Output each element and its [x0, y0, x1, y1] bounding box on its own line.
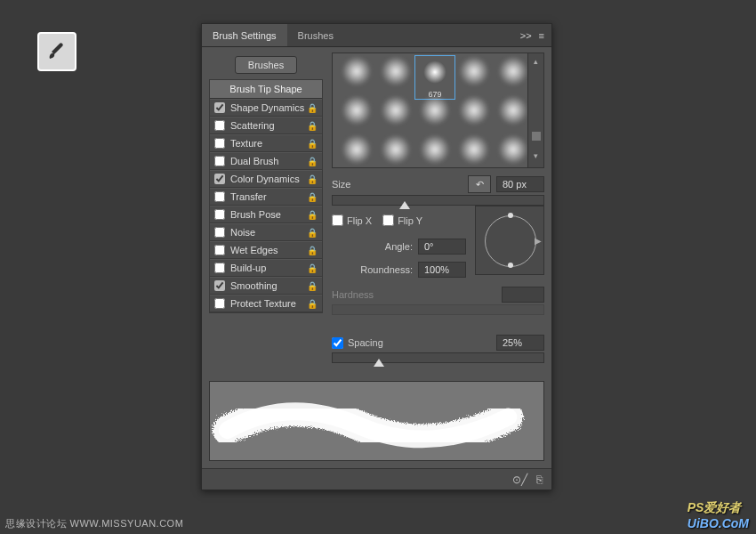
- panel-footer: ⊙╱ ⎘: [202, 468, 551, 490]
- brush-preset-cell[interactable]: [414, 134, 455, 166]
- brush-preset-cell[interactable]: [375, 94, 416, 126]
- brush-preset-cell[interactable]: [336, 134, 377, 166]
- size-label: Size: [332, 179, 350, 190]
- watermark-left: 思缘设计论坛 WWW.MISSYUAN.COM: [5, 517, 183, 530]
- angle-input[interactable]: [418, 239, 466, 255]
- option-label: Noise: [230, 227, 255, 238]
- lock-icon[interactable]: 🔒: [307, 299, 318, 309]
- option-label: Shape Dynamics: [230, 102, 304, 113]
- brush-preset-cell[interactable]: [375, 55, 416, 87]
- option-checkbox[interactable]: [214, 209, 225, 220]
- lock-icon[interactable]: 🔒: [307, 103, 318, 113]
- tab-brushes[interactable]: Brushes: [287, 24, 344, 46]
- angle-label: Angle:: [385, 241, 413, 252]
- size-slider-handle[interactable]: [399, 201, 410, 209]
- option-scattering[interactable]: Scattering🔒: [210, 117, 322, 134]
- brush-icon: [46, 41, 68, 62]
- option-label: Transfer: [230, 191, 267, 202]
- spacing-slider-handle[interactable]: [374, 359, 384, 367]
- hardness-input: [502, 287, 544, 303]
- option-color-dynamics[interactable]: Color Dynamics🔒: [210, 170, 322, 188]
- angle-dial[interactable]: ▶: [475, 206, 544, 275]
- flip-x-checkbox[interactable]: Flip X: [332, 214, 372, 226]
- preview-toggle-icon[interactable]: ⊙╱: [512, 473, 527, 486]
- panel-header: Brush Settings Brushes >> ≡: [202, 24, 551, 47]
- brush-preset-cell[interactable]: [375, 134, 416, 166]
- lock-icon[interactable]: 🔒: [307, 121, 318, 131]
- option-transfer[interactable]: Transfer🔒: [210, 188, 322, 206]
- spacing-input[interactable]: [496, 335, 544, 351]
- angle-dial-bottom-handle[interactable]: [508, 263, 513, 268]
- spacing-checkbox[interactable]: Spacing: [332, 337, 383, 349]
- option-label: Wet Edges: [230, 245, 278, 255]
- option-checkbox[interactable]: [214, 174, 225, 184]
- brush-preset-cell[interactable]: [454, 134, 495, 166]
- spacing-slider[interactable]: [332, 352, 544, 363]
- option-checkbox[interactable]: [214, 191, 225, 202]
- scroll-up-icon[interactable]: ▴: [534, 57, 538, 66]
- brush-preset-cell[interactable]: [414, 94, 455, 126]
- brush-preset-cell[interactable]: [493, 94, 527, 126]
- lock-icon[interactable]: 🔒: [307, 174, 318, 184]
- lock-icon[interactable]: 🔒: [307, 192, 318, 202]
- option-checkbox[interactable]: [214, 245, 225, 255]
- brush-preset-grid[interactable]: 679 ▴ ▾: [332, 53, 544, 168]
- option-texture[interactable]: Texture🔒: [210, 134, 322, 152]
- brush-preset-cell[interactable]: [454, 94, 495, 126]
- brush-tool-button[interactable]: [37, 32, 76, 71]
- option-checkbox[interactable]: [214, 102, 225, 113]
- flip-y-checkbox[interactable]: Flip Y: [382, 214, 422, 226]
- option-label: Dual Brush: [230, 156, 278, 166]
- option-build-up[interactable]: Build-up🔒: [210, 259, 322, 277]
- reset-size-button[interactable]: ↶: [468, 175, 491, 193]
- watermark-right: PS爱好者 UiBO.CoM: [688, 500, 749, 530]
- option-checkbox[interactable]: [214, 280, 225, 291]
- brush-settings-panel: Brush Settings Brushes >> ≡ Brushes Brus…: [201, 23, 552, 490]
- lock-icon[interactable]: 🔒: [307, 228, 318, 238]
- scroll-down-icon[interactable]: ▾: [534, 151, 538, 160]
- lock-icon[interactable]: 🔒: [307, 139, 318, 149]
- option-checkbox[interactable]: [214, 156, 225, 166]
- option-brush-pose[interactable]: Brush Pose🔒: [210, 206, 322, 223]
- option-dual-brush[interactable]: Dual Brush🔒: [210, 152, 322, 170]
- brush-preset-cell[interactable]: [454, 55, 495, 87]
- option-smoothing[interactable]: Smoothing🔒: [210, 277, 322, 295]
- scroll-thumb[interactable]: [532, 132, 541, 141]
- option-label: Smoothing: [230, 280, 277, 291]
- panel-menu-icon[interactable]: ≡: [539, 30, 544, 41]
- brushes-button[interactable]: Brushes: [235, 56, 297, 74]
- option-checkbox[interactable]: [214, 298, 225, 309]
- brush-grid-scrollbar[interactable]: ▴ ▾: [527, 53, 543, 167]
- option-label: Brush Pose: [230, 209, 281, 220]
- lock-icon[interactable]: 🔒: [307, 281, 318, 291]
- option-shape-dynamics[interactable]: Shape Dynamics🔒: [210, 99, 322, 117]
- option-label: Scattering: [230, 120, 275, 131]
- lock-icon[interactable]: 🔒: [307, 157, 318, 166]
- option-checkbox[interactable]: [214, 120, 225, 131]
- brush-tip-shape-header[interactable]: Brush Tip Shape: [210, 80, 322, 99]
- lock-icon[interactable]: 🔒: [307, 210, 318, 220]
- option-noise[interactable]: Noise🔒: [210, 223, 322, 241]
- brush-preset-cell[interactable]: [336, 55, 377, 87]
- option-checkbox[interactable]: [214, 138, 225, 149]
- roundness-input[interactable]: [418, 262, 466, 278]
- size-slider[interactable]: [332, 195, 544, 206]
- option-protect-texture[interactable]: Protect Texture🔒: [210, 295, 322, 312]
- option-label: Protect Texture: [230, 298, 296, 309]
- hardness-label: Hardness: [332, 289, 374, 300]
- option-wet-edges[interactable]: Wet Edges🔒: [210, 241, 322, 259]
- size-input[interactable]: [496, 176, 544, 192]
- option-label: Texture: [230, 138, 262, 149]
- collapse-icon[interactable]: >>: [520, 30, 532, 41]
- lock-icon[interactable]: 🔒: [307, 246, 318, 255]
- option-checkbox[interactable]: [214, 227, 225, 238]
- brush-preset-cell[interactable]: [493, 134, 527, 166]
- option-checkbox[interactable]: [214, 263, 225, 273]
- brush-preset-cell[interactable]: 679: [414, 55, 455, 100]
- new-preset-icon[interactable]: ⎘: [536, 473, 543, 486]
- brush-preset-cell[interactable]: [336, 94, 377, 126]
- lock-icon[interactable]: 🔒: [307, 263, 318, 273]
- brush-preset-cell[interactable]: [493, 55, 527, 87]
- angle-dial-top-handle[interactable]: [508, 213, 513, 218]
- tab-brush-settings[interactable]: Brush Settings: [202, 24, 287, 46]
